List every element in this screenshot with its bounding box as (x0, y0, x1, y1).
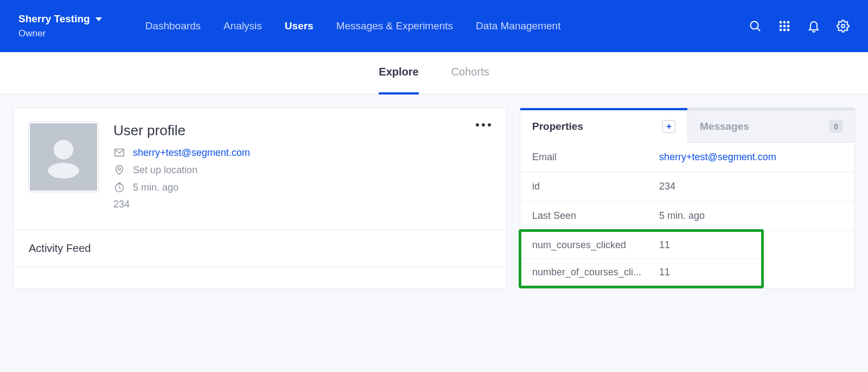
property-key: num_courses_clicked (532, 239, 659, 251)
svg-point-9 (783, 29, 786, 31)
property-row: num_courses_clicked 11 (521, 232, 761, 259)
bell-icon[interactable] (807, 20, 820, 33)
property-key: number_of_courses_cli... (532, 267, 659, 278)
panel-tab-messages[interactable]: Messages 0 (687, 108, 854, 143)
tab-cohorts[interactable]: Cohorts (451, 52, 489, 94)
profile-location[interactable]: Set up location (133, 165, 197, 176)
nav-messages-experiments[interactable]: Messages & Experiments (336, 20, 453, 32)
properties-panel: Properties + Messages 0 Email sherry+tes… (520, 108, 855, 289)
nav-users[interactable]: Users (285, 20, 314, 32)
caret-down-icon (95, 17, 102, 21)
profile-title: User profile (113, 122, 491, 139)
property-key: Last Seen (532, 210, 659, 222)
nav-data-management[interactable]: Data Management (476, 20, 560, 32)
svg-point-2 (780, 21, 782, 23)
svg-point-12 (54, 140, 73, 160)
property-value: 11 (659, 267, 670, 278)
svg-point-0 (751, 22, 758, 29)
user-header: User profile sherry+test@segment.com Set… (14, 108, 506, 230)
svg-point-6 (783, 25, 786, 27)
property-value: 11 (659, 239, 670, 251)
sub-tabs: Explore Cohorts (0, 52, 868, 94)
property-value: 5 min. ago (659, 210, 705, 222)
org-name: Sherry Testing (18, 13, 90, 25)
svg-point-4 (787, 21, 789, 23)
activity-feed-heading: Activity Feed (14, 230, 506, 267)
panel-tab-properties[interactable]: Properties + (520, 108, 687, 143)
svg-point-13 (48, 163, 79, 179)
primary-nav: Dashboards Analysis Users Messages & Exp… (145, 20, 561, 32)
profile-email[interactable]: sherry+test@segment.com (133, 147, 250, 159)
svg-point-5 (780, 25, 782, 27)
profile-user-id: 234 (113, 199, 130, 210)
location-icon (113, 164, 125, 176)
nav-dashboards[interactable]: Dashboards (145, 20, 201, 32)
panel-tab-properties-label: Properties (532, 121, 583, 133)
org-switcher[interactable]: Sherry Testing Owner (18, 13, 102, 39)
svg-point-8 (780, 29, 782, 31)
search-icon[interactable] (749, 20, 762, 33)
org-role: Owner (18, 28, 102, 39)
property-row: Last Seen 5 min. ago (520, 201, 854, 231)
property-value: 234 (659, 181, 675, 192)
apps-grid-icon[interactable] (778, 20, 791, 33)
top-nav: Sherry Testing Owner Dashboards Analysis… (0, 0, 868, 52)
user-profile-card: User profile sherry+test@segment.com Set… (13, 108, 507, 289)
tab-explore[interactable]: Explore (379, 52, 418, 94)
property-row: id 234 (520, 172, 854, 201)
add-property-button[interactable]: + (662, 120, 675, 133)
more-menu-icon[interactable] (476, 123, 491, 127)
messages-count-badge: 0 (829, 120, 843, 133)
panel-tab-messages-label: Messages (700, 121, 749, 133)
svg-line-1 (757, 28, 760, 31)
property-key: Email (532, 152, 659, 163)
property-key: id (532, 181, 659, 192)
gear-icon[interactable] (837, 20, 850, 33)
profile-last-seen: 5 min. ago (133, 182, 178, 193)
property-row: Email sherry+test@segment.com (520, 143, 854, 172)
clock-icon (113, 181, 125, 193)
highlighted-properties: num_courses_clicked 11 number_of_courses… (519, 229, 764, 288)
svg-point-7 (787, 25, 789, 27)
property-value[interactable]: sherry+test@segment.com (659, 152, 776, 163)
svg-point-3 (783, 21, 786, 23)
svg-point-11 (841, 24, 845, 28)
nav-analysis[interactable]: Analysis (224, 20, 262, 32)
property-row: number_of_courses_cli... 11 (521, 259, 761, 286)
mail-icon (113, 147, 125, 159)
svg-point-10 (787, 29, 789, 31)
svg-point-15 (118, 168, 121, 171)
avatar (29, 122, 98, 192)
